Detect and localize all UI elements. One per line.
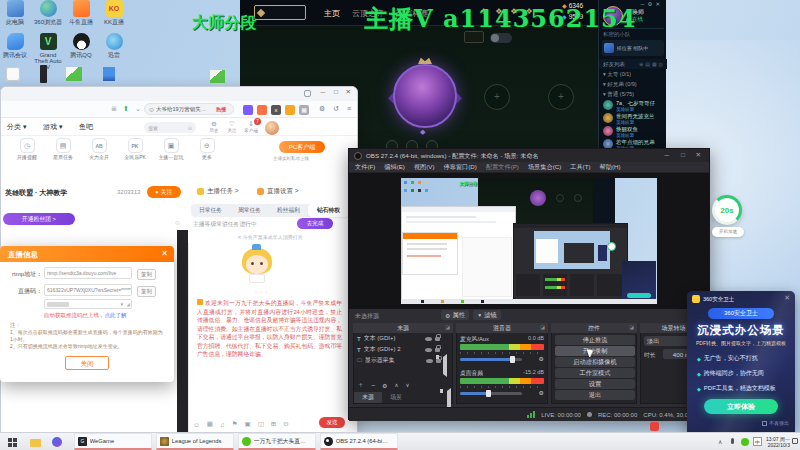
eye-icon[interactable] [425, 337, 432, 341]
skin-icon[interactable] [304, 90, 311, 97]
desktop-icon-meeting[interactable]: 腾讯会议 [0, 33, 30, 59]
shield-icon[interactable] [285, 105, 295, 115]
menu-view[interactable]: 视图(V) [414, 163, 435, 172]
live-setting-link[interactable]: 直播设置 > [257, 187, 299, 196]
tab-sources[interactable]: 来源 [354, 392, 382, 403]
feature-task[interactable]: ▤ 星辰任务 [47, 138, 79, 160]
taskbar-button-douyu[interactable]: 一万九千把大头直… [238, 433, 316, 450]
lol-invite-slot-1[interactable]: + [484, 84, 510, 110]
extension-icon-purple[interactable] [243, 105, 253, 115]
feature-more[interactable]: ⊖ 更多 [191, 138, 223, 160]
code-input[interactable]: 616322vUP7WXj0XU?wsSecret=********** [44, 284, 132, 296]
menu-help[interactable]: 帮助(H) [600, 163, 621, 172]
avatar[interactable] [265, 121, 279, 135]
microphone-icon[interactable] [731, 438, 734, 444]
browser-taskbar-icon[interactable] [52, 437, 62, 447]
copy-rtmp-button[interactable]: 复制 [137, 269, 156, 280]
quick-client[interactable]: ⇩ 客户端 7 [242, 120, 260, 133]
filters-button[interactable]: ▼滤镜 [473, 310, 501, 320]
lol-play-button[interactable] [254, 5, 306, 20]
eye-icon[interactable] [425, 348, 432, 352]
feature-play[interactable]: ▣ 主播一起玩 [155, 138, 187, 160]
lol-invite-slot-2[interactable]: + [548, 84, 574, 110]
close-icon[interactable]: ✕ [346, 88, 351, 96]
nav-yuba[interactable]: 鱼吧 [79, 122, 93, 132]
desktop-icon-dice[interactable] [6, 67, 20, 81]
desktop-icon-douyu[interactable]: 斗鱼直播 [66, 0, 96, 26]
close-icon[interactable]: ✕ [161, 249, 168, 258]
desktop-icon-qq[interactable]: 腾讯QQ [66, 33, 96, 59]
list-icon[interactable]: ≣ [111, 105, 117, 113]
desktop-icon-browser[interactable]: 360浏览器 [33, 0, 63, 26]
lock-icon[interactable] [436, 359, 441, 363]
exit-button[interactable]: 退出 [555, 390, 635, 400]
ad-cta-button[interactable]: 立即体验 [704, 399, 778, 414]
taskbar-button-wegame[interactable]: G WeGame [74, 433, 152, 450]
safety-tray-icon[interactable] [741, 438, 749, 446]
menu-file[interactable]: 文件(F) [355, 163, 375, 172]
menu-icon[interactable]: ≡ [347, 105, 351, 112]
extension-icon-x[interactable]: x [271, 105, 281, 115]
clock[interactable]: 13:07 周一 2022/10/3 [764, 436, 790, 448]
info-icon[interactable]: ⊙ [175, 219, 180, 226]
rtmp-input[interactable]: rtmp://sendtc3a.douyu.com/live [44, 267, 132, 279]
studio-mode-button[interactable]: 工作室模式 [555, 368, 635, 378]
menu-scene-collection[interactable]: 场景集合(C) [528, 163, 561, 172]
quick-history[interactable]: ⊙ 历史 [206, 120, 222, 133]
taskbar-button-lol[interactable]: League of Legends [156, 433, 234, 450]
desktop-icon-dark[interactable] [40, 65, 47, 83]
upload-icon[interactable]: ⬆ [123, 105, 129, 113]
properties-button[interactable]: ⚙属性 [441, 310, 469, 320]
tab-daily[interactable]: 日常任务 [191, 206, 230, 215]
close-icon[interactable]: ✕ [696, 151, 701, 159]
close-button[interactable]: 关闭 [65, 356, 109, 370]
follow-button[interactable]: ♥关注 [147, 186, 181, 198]
minimize-icon[interactable]: ─ [664, 151, 669, 158]
chat-toolbar[interactable]: ☺▦♫⚑▣◫⊞⊙ [193, 420, 289, 428]
file-explorer-icon[interactable] [30, 439, 41, 447]
copy-code-button[interactable]: 复制 [137, 286, 156, 297]
settings-button[interactable]: 设置 [555, 379, 635, 389]
sources-dock-header[interactable]: 来源◪ [353, 323, 453, 333]
fans-club-button[interactable]: 开通粉丝团 > [3, 213, 75, 225]
menu-profile[interactable]: 配置文件(P) [486, 163, 519, 172]
quick-follow[interactable]: ♡ 关注 [224, 120, 240, 133]
menu-tools[interactable]: 工具(T) [570, 163, 590, 172]
source-row-text2[interactable]: T 文本 (GDI+) 2 [354, 344, 452, 355]
sources-dock-toolbar[interactable]: ＋−⚙∧∨ [357, 380, 410, 390]
speaker-icon[interactable] [443, 354, 447, 377]
extension-icon-orange[interactable] [257, 105, 267, 115]
page-search-pill[interactable]: 搜索 ⊙ [144, 122, 196, 133]
start-button[interactable] [8, 438, 17, 447]
mixer-dock-header[interactable]: 混音器◪ [456, 323, 548, 333]
friends-header-icons[interactable]: ⊕▤▦◎ [639, 61, 665, 67]
maximize-icon[interactable]: □ [681, 151, 685, 158]
friend-group[interactable]: ▾ 好兄弟 (0/9) [603, 81, 637, 88]
accelerator-ball[interactable]: 20s 开机加速 [712, 195, 744, 237]
feature-pk[interactable]: PK 全民乐PK [119, 138, 151, 160]
taskbar-button-obs[interactable]: OBS 27.2.4 (64-bi… [320, 433, 398, 450]
party-card[interactable]: 排位赛 组队中 [602, 40, 664, 56]
chevron-down-icon[interactable]: ⌄ [135, 105, 141, 113]
nav-category[interactable]: 分类 ▾ [7, 122, 26, 132]
start-recording-button[interactable]: 开始录制 [555, 346, 635, 356]
tab-fans[interactable]: 粉丝福利 [269, 206, 308, 215]
gear-icon[interactable]: ⚙ [539, 355, 544, 362]
nav-game[interactable]: 游戏 ▾ [43, 122, 62, 132]
menu-docks[interactable]: 停靠窗口(D) [444, 163, 477, 172]
menu-edit[interactable]: 编辑(E) [384, 163, 405, 172]
send-button[interactable]: 发送 [319, 417, 345, 428]
anchor-task-link[interactable]: 主播任务 > [197, 187, 239, 196]
lol-nav-home[interactable]: 主页 [324, 8, 340, 19]
feature-remind[interactable]: ◷ 开播提醒 [11, 138, 43, 160]
desktop-icon-xunlei[interactable]: 迅雷 [99, 33, 129, 59]
undo-icon[interactable]: ↺ [333, 105, 339, 113]
lock-icon[interactable] [435, 348, 440, 352]
obs-preview-canvas[interactable]: 大师分段 主播V a1143562154 [401, 178, 657, 304]
learn-more-link[interactable]: 点此了解 [105, 312, 127, 318]
maximize-icon[interactable]: □ [334, 88, 338, 95]
lol-window-controls[interactable]: ─⚙✕ [641, 1, 663, 7]
virtual-camera-button[interactable]: 启动虚拟摄像机 [555, 357, 635, 367]
friend-group[interactable]: ▾ 普通 (5/75) [603, 91, 634, 98]
close-icon[interactable]: ✕ [784, 294, 790, 302]
